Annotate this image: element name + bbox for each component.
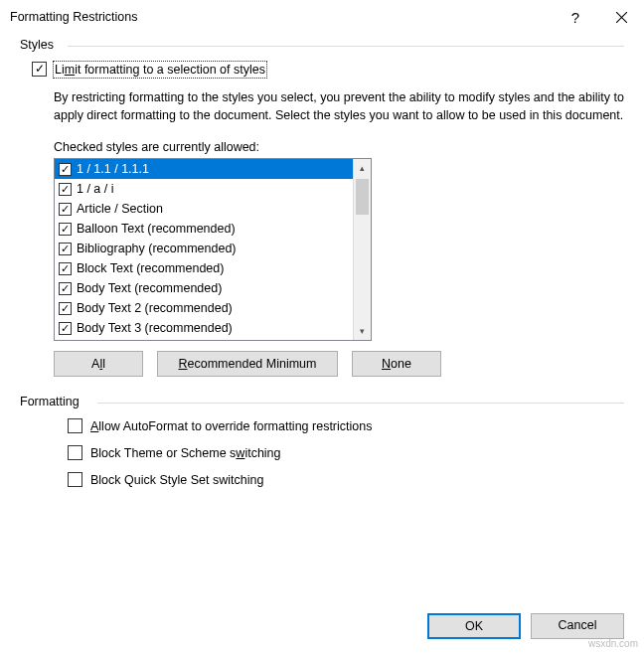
styles-listbox[interactable]: 1 / 1.1 / 1.1.11 / a / iArticle / Sectio… xyxy=(54,158,372,341)
list-item-label: Bibliography (recommended) xyxy=(77,242,237,255)
help-button[interactable]: ? xyxy=(553,0,598,34)
list-item-label: Body Text (recommended) xyxy=(77,281,222,295)
list-item[interactable]: Balloon Text (recommended) xyxy=(55,219,353,239)
list-item[interactable]: Body Text (recommended) xyxy=(55,278,353,298)
list-item[interactable]: Body Text 2 (recommended) xyxy=(55,298,353,318)
scrollbar[interactable]: ▴ ▾ xyxy=(353,159,371,340)
list-item-label: 1 / 1.1 / 1.1.1 xyxy=(77,162,149,176)
list-item-label: Body Text 3 (recommended) xyxy=(77,321,233,335)
list-item-label: Balloon Text (recommended) xyxy=(77,222,236,236)
allow-autoformat-row[interactable]: Allow AutoFormat to override formatting … xyxy=(68,418,624,433)
watermark: wsxdn.com xyxy=(588,638,638,649)
styles-group-label: Styles xyxy=(20,38,624,52)
allow-autoformat-checkbox[interactable] xyxy=(68,418,82,433)
list-item-label: Body Text 2 (recommended) xyxy=(77,301,233,315)
list-item-checkbox[interactable] xyxy=(59,223,72,236)
list-item[interactable]: 1 / a / i xyxy=(55,179,353,199)
recommended-button[interactable]: Recommended Minimum xyxy=(157,351,338,377)
limit-formatting-label: Limit formatting to a selection of style… xyxy=(55,63,265,77)
block-theme-checkbox[interactable] xyxy=(68,445,82,460)
scroll-thumb[interactable] xyxy=(356,179,369,215)
titlebar: Formatting Restrictions ? xyxy=(0,0,644,34)
list-item-checkbox[interactable] xyxy=(59,262,72,275)
cancel-button[interactable]: Cancel xyxy=(531,613,624,639)
list-item[interactable]: Bibliography (recommended) xyxy=(55,239,353,258)
dialog-title: Formatting Restrictions xyxy=(10,10,553,24)
all-button[interactable]: All xyxy=(54,351,143,377)
close-button[interactable] xyxy=(598,0,644,34)
block-quickstyle-row[interactable]: Block Quick Style Set switching xyxy=(68,472,624,487)
list-item-label: Article / Section xyxy=(77,202,163,216)
ok-button[interactable]: OK xyxy=(427,613,521,639)
list-item-checkbox[interactable] xyxy=(59,183,72,196)
block-quickstyle-checkbox[interactable] xyxy=(68,472,82,487)
dialog-footer: OK Cancel xyxy=(427,613,624,639)
list-item-label: 1 / a / i xyxy=(77,182,114,196)
list-item[interactable]: Article / Section xyxy=(55,199,353,219)
list-item-checkbox[interactable] xyxy=(59,203,72,216)
restriction-description: By restricting formatting to the styles … xyxy=(54,88,624,124)
list-item-checkbox[interactable] xyxy=(59,243,72,255)
styles-listbox-inner[interactable]: 1 / 1.1 / 1.1.11 / a / iArticle / Sectio… xyxy=(55,159,353,340)
selection-buttons: All Recommended Minimum None xyxy=(54,351,624,377)
list-item[interactable]: Body Text 3 (recommended) xyxy=(55,318,353,338)
allow-autoformat-label: Allow AutoFormat to override formatting … xyxy=(90,419,372,433)
none-button[interactable]: None xyxy=(352,351,441,377)
list-item-label: Block Text (recommended) xyxy=(77,261,224,275)
list-item-checkbox[interactable] xyxy=(59,322,72,335)
list-item-checkbox[interactable] xyxy=(59,163,72,176)
close-icon xyxy=(616,12,627,23)
block-theme-label: Block Theme or Scheme switching xyxy=(90,446,281,460)
list-item[interactable]: Block Text (recommended) xyxy=(55,258,353,278)
scroll-up-button[interactable]: ▴ xyxy=(354,159,371,177)
limit-formatting-checkbox[interactable] xyxy=(32,62,47,77)
checked-styles-label: Checked styles are currently allowed: xyxy=(54,140,624,154)
block-theme-row[interactable]: Block Theme or Scheme switching xyxy=(68,445,624,460)
formatting-group-label: Formatting xyxy=(20,395,624,408)
dialog-content: Styles Limit formatting to a selection o… xyxy=(0,34,644,509)
list-item-checkbox[interactable] xyxy=(59,282,72,295)
list-item[interactable]: 1 / 1.1 / 1.1.1 xyxy=(55,159,353,179)
scroll-down-button[interactable]: ▾ xyxy=(354,322,371,340)
limit-formatting-checkbox-row[interactable]: Limit formatting to a selection of style… xyxy=(32,62,624,77)
list-item-checkbox[interactable] xyxy=(59,302,72,315)
block-quickstyle-label: Block Quick Style Set switching xyxy=(90,473,263,487)
